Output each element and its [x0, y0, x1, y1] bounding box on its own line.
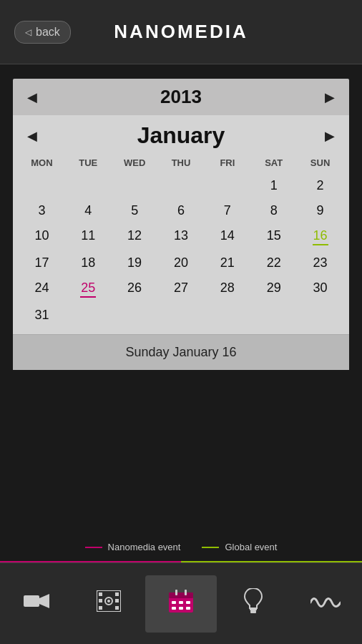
month-next-button[interactable]: ▶	[325, 128, 335, 144]
cal-day-1[interactable]: 1	[250, 174, 297, 197]
cal-day-7[interactable]: 7	[204, 199, 250, 223]
calendar-icon	[169, 590, 193, 618]
legend-green-line	[202, 547, 219, 548]
back-button[interactable]: ◁ back	[14, 21, 71, 44]
cal-cell	[250, 303, 297, 327]
year-nav: ◀ 2013 ▶	[13, 79, 349, 115]
cal-day-18[interactable]: 18	[65, 251, 112, 275]
tab-bar	[0, 562, 362, 644]
cal-day-2[interactable]: 2	[297, 174, 343, 197]
cal-cell	[19, 174, 65, 197]
cal-cell	[158, 303, 205, 327]
tab-camera[interactable]	[1, 575, 72, 633]
cal-day-11[interactable]: 11	[65, 224, 112, 250]
selected-date-bar: Sunday January 16	[13, 334, 349, 370]
svg-rect-4	[99, 599, 102, 602]
svg-rect-3	[99, 592, 102, 596]
lightbulb-icon	[244, 588, 263, 619]
cal-day-27[interactable]: 27	[158, 276, 205, 302]
cal-day-31[interactable]: 31	[19, 303, 65, 327]
svg-rect-13	[172, 601, 176, 604]
svg-rect-0	[24, 595, 39, 607]
cal-day-4[interactable]: 4	[65, 199, 112, 223]
cal-day-22[interactable]: 22	[250, 251, 297, 275]
legend-pink-line	[85, 547, 102, 548]
svg-rect-12	[169, 592, 193, 598]
year-label: 2013	[160, 86, 202, 108]
svg-rect-20	[185, 590, 187, 595]
svg-marker-1	[39, 594, 49, 608]
day-header-thu: THU	[158, 156, 205, 170]
day-header-sun: SUN	[297, 156, 343, 170]
camera-icon	[24, 591, 49, 616]
cal-day-8[interactable]: 8	[250, 199, 297, 223]
cal-day-14[interactable]: 14	[204, 224, 250, 250]
calendar-grid: 1 2 3 4 5 6 7 8 9 10 11 12 13 14 15 16 1…	[13, 171, 349, 334]
cal-day-6[interactable]: 6	[158, 199, 205, 223]
cal-cell	[204, 303, 250, 327]
day-header-mon: MON	[19, 156, 65, 170]
year-next-button[interactable]: ▶	[325, 89, 335, 105]
cal-day-17[interactable]: 17	[19, 251, 65, 275]
cal-day-9[interactable]: 9	[297, 199, 343, 223]
month-prev-button[interactable]: ◀	[27, 128, 37, 144]
cal-day-20[interactable]: 20	[158, 251, 205, 275]
svg-rect-18	[186, 607, 190, 610]
svg-rect-19	[175, 590, 177, 595]
pink-underline	[80, 296, 96, 298]
cal-cell	[65, 174, 112, 197]
cal-day-25[interactable]: 25	[65, 276, 112, 302]
cal-day-15[interactable]: 15	[250, 224, 297, 250]
cal-cell	[297, 303, 343, 327]
month-label: January	[137, 122, 225, 149]
svg-rect-7	[115, 599, 119, 602]
year-prev-button[interactable]: ◀	[27, 89, 37, 105]
green-underline	[313, 244, 328, 245]
day-header-wed: WED	[112, 156, 158, 170]
cal-day-21[interactable]: 21	[204, 251, 250, 275]
svg-rect-16	[172, 607, 176, 610]
tab-film[interactable]	[73, 575, 145, 633]
cal-day-10[interactable]: 10	[19, 224, 65, 250]
back-label: back	[36, 26, 60, 39]
header: ◁ back NANOMEDIA	[0, 0, 362, 64]
cal-day-29[interactable]: 29	[250, 276, 297, 302]
tab-calendar[interactable]	[145, 575, 217, 633]
tab-wave[interactable]	[290, 575, 361, 633]
day-header-sat: SAT	[250, 156, 297, 170]
svg-rect-21	[250, 608, 257, 610]
cal-day-23[interactable]: 23	[297, 251, 343, 275]
cal-day-16[interactable]: 16	[297, 224, 343, 250]
cal-cell	[65, 303, 112, 327]
cal-day-26[interactable]: 26	[112, 276, 158, 302]
svg-rect-6	[115, 592, 119, 596]
svg-rect-17	[179, 607, 183, 610]
calendar-container: ◀ January ▶ MON TUE WED THU FRI SAT SUN …	[13, 115, 349, 370]
app-title: NANOMEDIA	[114, 21, 248, 43]
legend: Nanomedia event Global event	[0, 535, 362, 560]
cal-day-13[interactable]: 13	[158, 224, 205, 250]
main-content: ◀ 2013 ▶ ◀ January ▶ MON TUE WED THU FRI…	[0, 64, 362, 384]
cal-day-28[interactable]: 28	[204, 276, 250, 302]
svg-rect-5	[99, 606, 102, 610]
wave-icon	[310, 592, 341, 615]
film-icon	[97, 590, 121, 617]
month-nav: ◀ January ▶	[13, 115, 349, 153]
day-header-tue: TUE	[65, 156, 112, 170]
day-header-fri: FRI	[204, 156, 250, 170]
cal-day-24[interactable]: 24	[19, 276, 65, 302]
cal-day-30[interactable]: 30	[297, 276, 343, 302]
selected-date-text: Sunday January 16	[125, 345, 236, 359]
tab-lightbulb[interactable]	[217, 575, 289, 633]
legend-global: Global event	[202, 542, 277, 552]
cal-day-3[interactable]: 3	[19, 199, 65, 223]
svg-rect-15	[186, 601, 190, 604]
cal-cell	[204, 174, 250, 197]
cal-cell	[112, 303, 158, 327]
legend-nanomedia: Nanomedia event	[85, 542, 181, 552]
legend-global-label: Global event	[225, 542, 277, 552]
svg-rect-14	[179, 601, 183, 604]
cal-day-12[interactable]: 12	[112, 224, 158, 250]
cal-day-5[interactable]: 5	[112, 199, 158, 223]
cal-day-19[interactable]: 19	[112, 251, 158, 275]
